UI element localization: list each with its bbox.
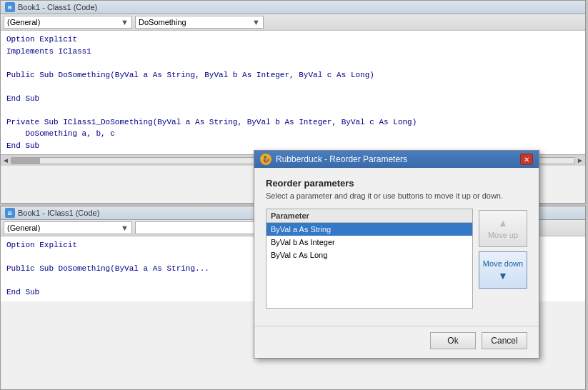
- move-down-button[interactable]: Move down ▼: [479, 251, 527, 289]
- dialog-title: Rubberduck - Reorder Parameters: [276, 154, 407, 164]
- move-up-arrow: ▲: [498, 218, 508, 228]
- reorder-dialog: 🦆 Rubberduck - Reorder Parameters ✕ Reor…: [254, 150, 539, 359]
- param-list-header: Parameter: [266, 209, 472, 223]
- move-up-label: Move up: [488, 231, 518, 239]
- dialog-close-button[interactable]: ✕: [520, 154, 533, 165]
- modal-overlay: 🦆 Rubberduck - Reorder Parameters ✕ Reor…: [0, 0, 588, 390]
- dialog-main: Parameter ByVal a As String ByVal b As I…: [266, 209, 527, 309]
- ide-container: B Book1 - Class1 (Code) (General) ▼ DoSo…: [0, 0, 588, 390]
- ok-button[interactable]: Ok: [430, 332, 476, 349]
- dialog-heading: Reorder parameters: [266, 178, 527, 189]
- move-down-label: Move down: [483, 259, 523, 268]
- dialog-titlebar-left: 🦆 Rubberduck - Reorder Parameters: [260, 154, 407, 165]
- dialog-subtext: Select a parameter and drag it or use bu…: [266, 191, 527, 200]
- param-list-body: ByVal a As String ByVal b As Integer ByV…: [266, 223, 472, 280]
- parameter-list[interactable]: Parameter ByVal a As String ByVal b As I…: [266, 209, 473, 309]
- dialog-titlebar: 🦆 Rubberduck - Reorder Parameters ✕: [254, 151, 539, 168]
- move-up-button[interactable]: ▲ Move up: [479, 210, 527, 247]
- param-item-2[interactable]: ByVal c As Long: [266, 249, 472, 261]
- duck-icon: 🦆: [260, 154, 271, 165]
- move-buttons: ▲ Move up Move down ▼: [479, 209, 527, 289]
- param-item-0[interactable]: ByVal a As String: [266, 223, 472, 236]
- param-item-1[interactable]: ByVal b As Integer: [266, 236, 472, 249]
- dialog-body: Reorder parameters Select a parameter an…: [254, 168, 539, 317]
- cancel-button[interactable]: Cancel: [482, 332, 527, 349]
- dialog-footer: Ok Cancel: [254, 326, 539, 358]
- move-down-arrow: ▼: [498, 271, 508, 281]
